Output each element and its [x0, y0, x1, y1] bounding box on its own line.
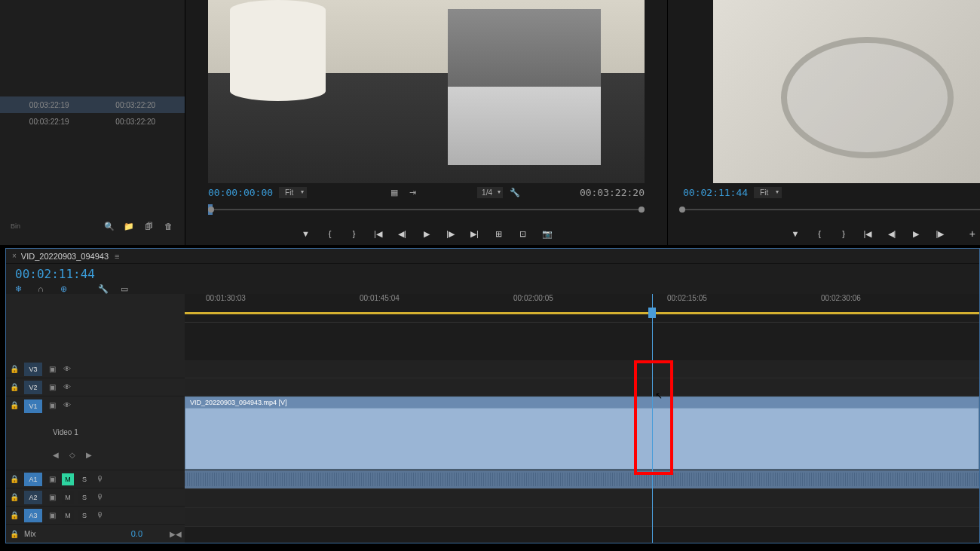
eye-icon[interactable]: 👁 — [62, 399, 72, 410]
track-label[interactable]: A3 — [24, 509, 42, 522]
collapse-icon[interactable]: ▶◀ — [170, 530, 182, 538]
track-label[interactable]: V1 — [24, 399, 42, 413]
track-v1[interactable]: VID_20220903_094943.mp4 [V] — [185, 396, 979, 470]
mute-button[interactable]: M — [62, 491, 74, 504]
mix-label: Mix — [24, 530, 36, 538]
overwrite-icon[interactable]: ⊡ — [516, 227, 530, 240]
solo-button[interactable]: S — [78, 491, 90, 504]
source-in-timecode[interactable]: 00:00:00:00 — [208, 187, 273, 198]
program-video-preview[interactable] — [713, 0, 980, 183]
button-editor-icon[interactable]: + — [969, 228, 975, 240]
lock-icon[interactable]: 🔒 — [9, 528, 20, 539]
eye-icon[interactable]: 👁 — [62, 382, 72, 393]
new-item-icon[interactable]: 🗐 — [142, 220, 155, 232]
clip-row[interactable]: 00:03:22:19 00:03:22:20 — [0, 113, 185, 130]
solo-button[interactable]: S — [78, 510, 90, 522]
play-icon[interactable]: ▶ — [420, 227, 433, 240]
sync-lock-icon[interactable]: ▣ — [47, 492, 57, 503]
go-to-out-icon[interactable]: ▶| — [468, 227, 482, 240]
voice-over-icon[interactable]: 🎙 — [95, 510, 106, 521]
insert-icon[interactable]: ⊞ — [492, 227, 506, 240]
voice-over-icon[interactable]: 🎙 — [95, 474, 106, 485]
mute-button[interactable]: M — [62, 473, 74, 485]
add-keyframe-icon[interactable]: ◇ — [69, 451, 75, 459]
ripple-icon[interactable]: ⇥ — [406, 186, 418, 198]
mark-in-icon[interactable]: { — [813, 227, 826, 240]
track-header-a3[interactable]: 🔒 A3 ▣ M S 🎙 — [6, 507, 185, 525]
work-area-bar[interactable] — [185, 312, 979, 314]
track-label[interactable]: V3 — [24, 363, 42, 376]
tracks-area[interactable]: 00:01:30:03 00:01:45:04 00:02:00:05 00:0… — [185, 294, 979, 543]
playhead-handle[interactable] — [648, 308, 656, 318]
track-label[interactable]: A2 — [24, 491, 42, 504]
track-a1[interactable] — [185, 470, 979, 489]
clip-row[interactable]: 00:03:22:19 00:03:22:20 — [0, 96, 185, 113]
mark-out-icon[interactable]: } — [837, 227, 850, 240]
program-timecode[interactable]: 00:02:11:44 — [683, 187, 748, 198]
eye-icon[interactable]: 👁 — [62, 364, 72, 375]
lock-icon[interactable]: 🔒 — [9, 492, 20, 503]
mark-in-icon[interactable]: { — [323, 227, 337, 240]
source-video-preview[interactable] — [208, 0, 645, 183]
track-v2[interactable] — [185, 378, 979, 396]
next-keyframe-icon[interactable]: ▶ — [86, 451, 92, 459]
program-scrubber[interactable] — [679, 204, 980, 219]
sync-lock-icon[interactable]: ▣ — [47, 474, 57, 485]
track-header-v3[interactable]: 🔒 V3 ▣ 👁 — [6, 360, 185, 378]
lock-icon[interactable]: 🔒 — [9, 474, 20, 485]
track-header-v2[interactable]: 🔒 V2 ▣ 👁 — [6, 378, 185, 396]
track-a3[interactable] — [185, 508, 979, 527]
track-label[interactable]: A1 — [24, 473, 42, 486]
audio-clip[interactable] — [185, 470, 979, 488]
trash-icon[interactable]: 🗑 — [162, 220, 174, 232]
step-back-icon[interactable]: ◀| — [396, 227, 409, 240]
step-forward-icon[interactable]: |▶ — [444, 227, 458, 240]
project-panel-toolbar: Bin 🔍 📁 🗐 🗑 — [0, 217, 185, 235]
zoom-dropdown[interactable]: Fit — [754, 187, 782, 198]
timeline-tab[interactable]: × VID_20220903_094943 ≡ — [6, 249, 979, 264]
solo-button[interactable]: S — [78, 473, 90, 485]
zoom-dropdown[interactable]: Fit — [279, 187, 307, 198]
panel-menu-icon[interactable]: ≡ — [115, 252, 119, 261]
step-back-icon[interactable]: ◀| — [885, 227, 899, 240]
sync-lock-icon[interactable]: ▣ — [47, 510, 57, 521]
sync-lock-icon[interactable]: ▣ — [47, 364, 57, 375]
mark-out-icon[interactable]: } — [348, 227, 361, 240]
lock-icon[interactable]: 🔒 — [9, 399, 20, 410]
source-scrubber[interactable] — [208, 204, 645, 219]
sync-lock-icon[interactable]: ▣ — [47, 399, 57, 410]
export-frame-icon[interactable]: 📷 — [541, 227, 554, 240]
track-v3[interactable] — [185, 360, 979, 378]
lock-icon[interactable]: 🔒 — [9, 510, 20, 521]
track-label[interactable]: V2 — [24, 381, 42, 394]
settings-icon[interactable]: ▦ — [388, 186, 400, 198]
add-marker-icon[interactable]: ▼ — [789, 227, 802, 240]
go-to-in-icon[interactable]: |◀ — [861, 227, 874, 240]
add-marker-icon[interactable]: ▼ — [299, 227, 313, 240]
source-out-timecode[interactable]: 00:03:22:20 — [580, 187, 645, 198]
track-header-a2[interactable]: 🔒 A2 ▣ M S 🎙 — [6, 488, 185, 507]
prev-keyframe-icon[interactable]: ◀ — [53, 451, 59, 459]
new-bin-icon[interactable]: 📁 — [123, 220, 135, 232]
resolution-dropdown[interactable]: 1/4 — [477, 187, 503, 198]
close-icon[interactable]: × — [12, 252, 17, 260]
time-ruler[interactable]: 00:01:30:03 00:01:45:04 00:02:00:05 00:0… — [185, 294, 979, 323]
voice-over-icon[interactable]: 🎙 — [95, 492, 106, 503]
lock-icon[interactable]: 🔒 — [9, 382, 20, 393]
mute-button[interactable]: M — [62, 510, 74, 522]
lock-icon[interactable]: 🔒 — [9, 364, 20, 375]
wrench-icon[interactable]: 🔧 — [509, 186, 521, 198]
track-a2[interactable] — [185, 489, 979, 508]
step-forward-icon[interactable]: |▶ — [933, 227, 947, 240]
track-header-a1[interactable]: 🔒 A1 ▣ M S 🎙 — [6, 470, 185, 488]
track-header-mix[interactable]: 🔒 Mix 0.0 ▶◀ — [6, 525, 185, 543]
sync-lock-icon[interactable]: ▣ — [47, 382, 57, 393]
program-transport: ▼ { } |◀ ◀| ▶ |▶ — [668, 222, 980, 245]
search-icon[interactable]: 🔍 — [103, 220, 115, 232]
track-header-v1[interactable]: 🔒 V1 ▣ 👁 Video 1 ◀ ◇ ▶ — [6, 396, 185, 470]
timeline-timecode[interactable]: 00:02:11:44 — [15, 267, 95, 281]
mix-value[interactable]: 0.0 — [131, 529, 142, 538]
go-to-in-icon[interactable]: |◀ — [372, 227, 385, 240]
play-icon[interactable]: ▶ — [909, 227, 923, 240]
video-clip[interactable]: VID_20220903_094943.mp4 [V] — [185, 396, 979, 470]
